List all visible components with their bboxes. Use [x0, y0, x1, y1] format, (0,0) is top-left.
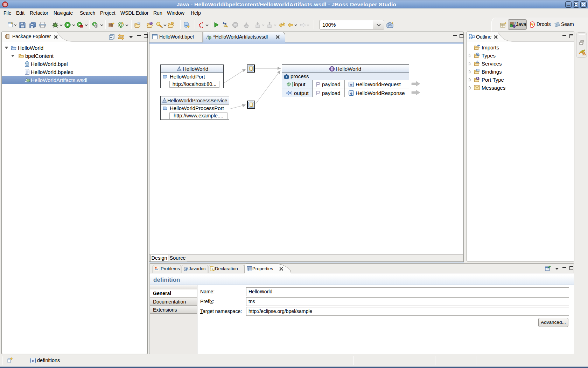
svg-text:e: e: [350, 91, 352, 95]
svg-text:e: e: [350, 82, 352, 87]
svg-text:e: e: [32, 359, 34, 363]
svg-text:S: S: [477, 53, 479, 56]
